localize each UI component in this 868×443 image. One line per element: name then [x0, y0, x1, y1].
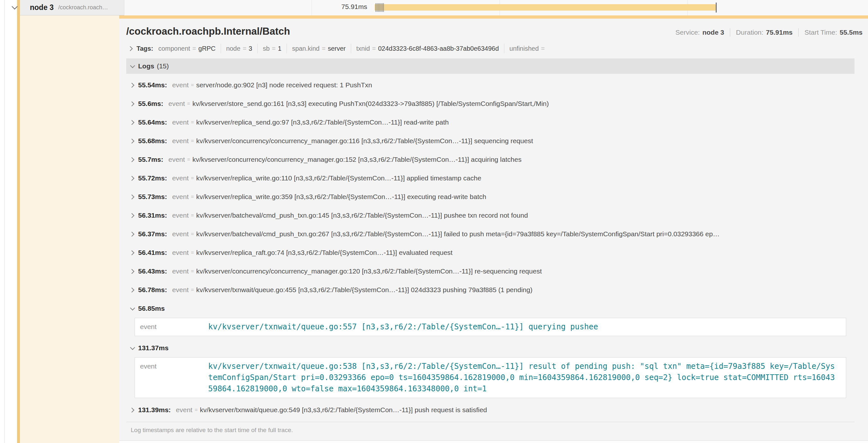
chevron-down-icon: [130, 63, 135, 68]
chevron-down-icon: [130, 345, 135, 350]
logs-accordion: Logs (15) 55.54ms: event = server/node.g…: [126, 59, 855, 434]
overview-divider: [730, 28, 730, 37]
chevron-right-icon: [128, 46, 133, 51]
tag-item: sb = 1: [263, 45, 281, 52]
chevron-right-icon: [129, 120, 134, 125]
chevron-right-icon: [129, 213, 134, 218]
service-label: Service:: [676, 29, 700, 36]
tag-item: unfinished =: [509, 45, 547, 52]
logs-footer-note: Log timestamps are relative to the start…: [126, 422, 855, 434]
log-entry-row[interactable]: 55.6ms: event = kv/kvserver/store_send.g…: [126, 94, 855, 113]
chevron-right-icon: [129, 157, 134, 162]
log-tick-end: [716, 3, 717, 12]
chevron-right-icon: [129, 82, 134, 88]
logs-title: Logs: [138, 62, 154, 70]
logs-count: (15): [157, 62, 169, 70]
tag-divider: [286, 44, 287, 53]
span-operation-title: /cockroach.roachpb.Internal/Batch: [126, 26, 290, 37]
chevron-right-icon: [129, 194, 134, 199]
log-entry-row[interactable]: 131.39ms: event = kv/kvserver/txnwait/qu…: [126, 401, 855, 419]
chevron-right-icon: [129, 101, 134, 106]
log-entry-row[interactable]: 55.64ms: event = kv/kvserver/replica_sen…: [126, 113, 855, 132]
logs-section-header[interactable]: Logs (15): [126, 59, 855, 74]
span-operation-name: /cockroach.roach…: [58, 4, 108, 11]
log-entry-row[interactable]: 55.73ms: event = kv/kvserver/replica_wri…: [126, 188, 855, 206]
span-detail-header: /cockroach.roachpb.Internal/Batch Servic…: [126, 19, 863, 37]
chevron-right-icon: [129, 407, 134, 412]
overview-divider: [798, 28, 799, 37]
log-fields-table: event kv/kvserver/txnwait/queue.go:538 […: [134, 357, 846, 398]
chevron-right-icon: [129, 232, 134, 237]
span-name-cell[interactable]: node 3 /cockroach.roach…: [20, 0, 124, 15]
span-detail-panel: /cockroach.roachpb.Internal/Batch Servic…: [119, 15, 868, 443]
tag-item: txnid = 024d3323-6c8f-4863-aa8b-37ab0e63…: [356, 45, 499, 52]
span-timeline-row: node 3 /cockroach.roach… 75.91ms: [5, 0, 868, 15]
tag-divider: [504, 44, 504, 53]
chevron-right-icon: [129, 287, 134, 293]
tags-label: Tags:: [136, 45, 153, 52]
tag-divider: [221, 44, 221, 53]
log-entry-row[interactable]: 56.31ms: event = kv/kvserver/batcheval/c…: [126, 206, 855, 225]
tag-item: span.kind = server: [292, 45, 346, 52]
service-value: node 3: [702, 29, 724, 36]
log-entry-row[interactable]: 56.41ms: event = kv/kvserver/replica_raf…: [126, 243, 855, 262]
log-entry-row[interactable]: 55.54ms: event = server/node.go:902 [n3]…: [126, 76, 855, 94]
log-entry-row[interactable]: 56.43ms: event = kv/kvserver/concurrency…: [126, 262, 855, 280]
log-field-key: event: [135, 361, 208, 395]
span-duration-label: 75.91ms: [341, 3, 367, 10]
log-entry-header[interactable]: 131.37ms: [126, 339, 855, 357]
left-gutter-divider: [4, 0, 5, 443]
log-field-row: event kv/kvserver/txnwait/queue.go:538 […: [135, 361, 846, 395]
service-color-stripe: [17, 0, 20, 443]
log-entry-row[interactable]: 55.7ms: event = kv/kvserver/concurrency/…: [126, 150, 855, 169]
log-field-key: event: [135, 321, 208, 333]
chevron-down-icon: [130, 305, 135, 310]
log-entry-row[interactable]: 55.72ms: event = kv/kvserver/replica_wri…: [126, 169, 855, 188]
tags-row[interactable]: Tags: component = gRPC node = 3 sb = 1 s…: [126, 44, 863, 53]
timeline-gridline: [312, 0, 312, 15]
log-list: 55.54ms: event = server/node.go:902 [n3]…: [126, 74, 855, 419]
log-entry-row[interactable]: 56.37ms: event = kv/kvserver/batcheval/c…: [126, 225, 855, 243]
log-fields-table: event kv/kvserver/txnwait/queue.go:557 […: [134, 318, 846, 336]
selected-span-row-highlight: [20, 0, 119, 443]
collapse-trace-chevron-icon[interactable]: [11, 3, 17, 9]
chevron-right-icon: [129, 269, 134, 274]
log-entry-header[interactable]: 56.85ms: [126, 299, 855, 318]
span-service-name: node 3: [30, 3, 54, 12]
tag-divider: [351, 44, 351, 53]
panel-bottom-edge: [119, 440, 868, 443]
duration-value: 75.91ms: [766, 29, 793, 36]
log-field-value: kv/kvserver/txnwait/queue.go:557 [n3,s3,…: [208, 321, 836, 333]
log-entry-expanded: 131.37ms event kv/kvserver/txnwait/queue…: [126, 339, 855, 398]
tag-item: node = 3: [226, 45, 252, 52]
chevron-right-icon: [129, 176, 134, 181]
span-duration-bar[interactable]: [375, 4, 716, 10]
log-entry-expanded: 56.85ms event kv/kvserver/txnwait/queue.…: [126, 299, 855, 336]
log-entry-row[interactable]: 55.68ms: event = kv/kvserver/concurrency…: [126, 132, 855, 150]
span-overview: Service: node 3 Duration: 75.91ms Start …: [676, 28, 863, 37]
start-time-value: 55.5ms: [840, 29, 863, 36]
start-time-label: Start Time:: [804, 29, 837, 36]
log-field-row: event kv/kvserver/txnwait/queue.go:557 […: [135, 321, 846, 333]
log-entry-row[interactable]: 56.78ms: event = kv/kvserver/txnwait/que…: [126, 280, 855, 299]
chevron-right-icon: [129, 138, 134, 143]
duration-label: Duration:: [736, 29, 763, 36]
trace-view: node 3 /cockroach.roach… 75.91ms /cockro…: [0, 0, 868, 443]
tag-item: component = gRPC: [158, 45, 216, 52]
log-field-value: kv/kvserver/txnwait/queue.go:538 [n3,s3,…: [208, 361, 836, 395]
tag-divider: [257, 44, 258, 53]
chevron-right-icon: [129, 250, 134, 255]
